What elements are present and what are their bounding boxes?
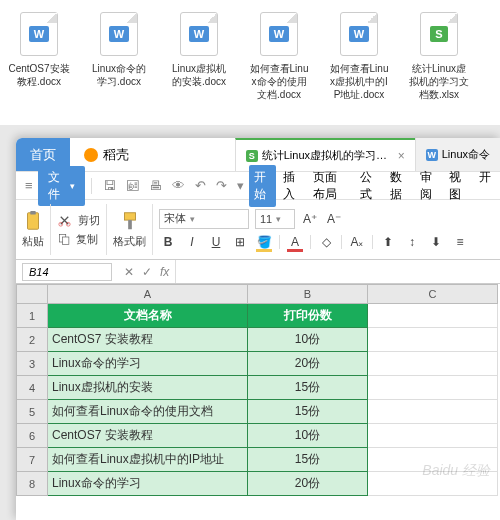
word-icon: W [426,149,438,161]
paintbrush-icon [119,210,141,232]
cut-button[interactable]: 剪切 [57,213,100,228]
border-button[interactable]: ⊞ [231,233,249,251]
align-bottom-icon[interactable]: ⬇ [427,233,445,251]
data-cell[interactable]: 15份 [248,448,368,472]
empty-cell[interactable] [368,376,498,400]
print-icon[interactable]: 🖶 [149,178,162,193]
file-item[interactable]: W Linux命令的学习.docx [88,12,150,101]
data-cell[interactable]: 如何查看Linux虚拟机中的IP地址 [48,448,248,472]
data-cell[interactable]: 如何查看Linux命令的使用文档 [48,400,248,424]
data-cell[interactable]: 20份 [248,352,368,376]
scissors-icon [57,213,72,228]
empty-cell[interactable] [368,304,498,328]
ribbon-tab-review[interactable]: 审阅 [415,165,443,207]
font-size-select[interactable]: 11 [255,209,295,229]
data-cell[interactable]: Linux命令的学习 [48,352,248,376]
save-as-icon[interactable]: 🗟 [126,178,139,193]
ribbon-tab-formula[interactable]: 公式 [355,165,383,207]
font-name-select[interactable]: 宋体 [159,209,249,229]
ribbon-tab-layout[interactable]: 页面布局 [308,165,353,207]
save-icon[interactable]: 🖫 [103,178,116,193]
fill-color-icon[interactable]: 🪣 [255,233,273,251]
header-cell[interactable]: 打印份数 [248,304,368,328]
data-cell[interactable]: 15份 [248,376,368,400]
sheet-icon: S [246,150,258,162]
ribbon-tab-open[interactable]: 开 [474,165,496,207]
increase-font-icon[interactable]: A⁺ [301,210,319,228]
file-item[interactable]: W 如何查看Linux命令的使用文档.docx [248,12,310,101]
align-middle-icon[interactable]: ↕ [403,233,421,251]
svg-rect-7 [128,220,132,229]
empty-cell[interactable] [368,400,498,424]
ribbon-tab-data[interactable]: 数据 [385,165,413,207]
file-item[interactable]: W 如何查看Linux虚拟机中的IP地址.docx [328,12,390,101]
table-row: 3 Linux命令的学习 20份 [16,352,500,376]
data-cell[interactable]: CentOS7 安装教程 [48,424,248,448]
row-header[interactable]: 2 [16,328,48,352]
data-cell[interactable]: 20份 [248,472,368,496]
underline-button[interactable]: U [207,233,225,251]
redo-icon[interactable]: ↷ [216,178,227,193]
align-left-icon[interactable]: ≡ [451,233,469,251]
row-header[interactable]: 5 [16,400,48,424]
row-header[interactable]: 4 [16,376,48,400]
ribbon-tab-insert[interactable]: 插入 [278,165,306,207]
confirm-icon[interactable]: ✓ [142,265,152,279]
row-header[interactable]: 7 [16,448,48,472]
file-label: 如何查看Linux命令的使用文档.docx [248,62,310,101]
data-cell[interactable]: 10份 [248,424,368,448]
clear-format-button[interactable]: Aₓ [348,233,366,251]
align-top-icon[interactable]: ⬆ [379,233,397,251]
close-icon[interactable]: × [398,149,405,163]
word-file-icon: W [260,12,298,56]
paste-button[interactable]: 粘贴 [22,210,44,249]
data-cell[interactable]: 10份 [248,328,368,352]
row-header[interactable]: 6 [16,424,48,448]
italic-button[interactable]: I [183,233,201,251]
highlight-button[interactable]: ◇ [317,233,335,251]
column-header[interactable]: C [368,284,498,304]
column-header[interactable]: A [48,284,248,304]
empty-cell[interactable] [368,424,498,448]
file-item[interactable]: W CentOS7安装教程.docx [8,12,70,101]
font-color-button[interactable]: A [286,233,304,251]
row-header[interactable]: 3 [16,352,48,376]
ribbon-tab-view[interactable]: 视图 [444,165,472,207]
decrease-font-icon[interactable]: A⁻ [325,210,343,228]
name-box[interactable] [22,263,112,281]
select-all-corner[interactable] [16,284,48,304]
print-preview-icon[interactable]: 👁 [172,178,185,193]
file-menu[interactable]: 文件 [38,166,85,206]
file-label: CentOS7安装教程.docx [8,62,70,88]
column-header[interactable]: B [248,284,368,304]
svg-rect-6 [124,213,135,220]
cancel-icon[interactable]: ✕ [124,265,134,279]
data-cell[interactable]: Linux虚拟机的安装 [48,376,248,400]
file-label: 统计Linux虚拟机的学习文档数.xlsx [408,62,470,101]
row-header[interactable]: 1 [16,304,48,328]
file-item[interactable]: W Linux虚拟机的安装.docx [168,12,230,101]
file-item[interactable]: S 统计Linux虚拟机的学习文档数.xlsx [408,12,470,101]
copy-button[interactable]: 复制 [57,232,98,247]
empty-cell[interactable] [368,328,498,352]
data-cell[interactable]: 15份 [248,400,368,424]
file-label: Linux命令的学习.docx [88,62,150,88]
undo-icon[interactable]: ↶ [195,178,206,193]
header-cell[interactable]: 文档名称 [48,304,248,328]
row-header[interactable]: 8 [16,472,48,496]
fx-icon[interactable]: fx [160,265,169,279]
ribbon-menu: ≡ 文件 🖫 🗟 🖶 👁 ↶ ↷ ▾ 开始 插入 页面布局 公式 数据 审阅 视… [16,172,500,200]
table-row: 4 Linux虚拟机的安装 15份 [16,376,500,400]
formula-input[interactable] [175,260,500,283]
svg-rect-5 [63,237,69,245]
word-file-icon: W [100,12,138,56]
ribbon-tabs: 开始 插入 页面布局 公式 数据 审阅 视图 开 [249,165,496,207]
dropdown-icon[interactable]: ▾ [237,178,244,193]
data-cell[interactable]: Linux命令的学习 [48,472,248,496]
empty-cell[interactable] [368,352,498,376]
ribbon-tab-start[interactable]: 开始 [249,165,277,207]
bold-button[interactable]: B [159,233,177,251]
data-cell[interactable]: CentOS7 安装教程 [48,328,248,352]
menu-icon[interactable]: ≡ [25,178,33,193]
format-painter-button[interactable]: 格式刷 [113,210,146,249]
